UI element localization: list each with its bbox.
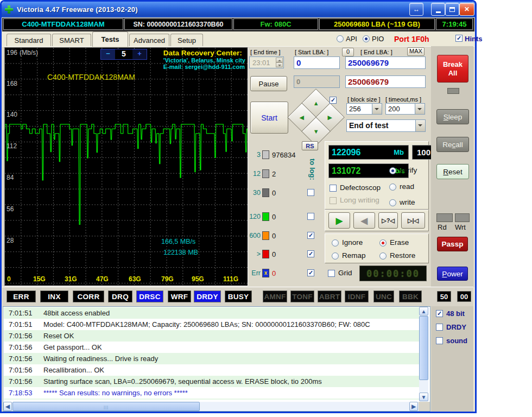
to-log-checkbox[interactable] bbox=[307, 269, 314, 276]
pause-button[interactable]: Pause bbox=[250, 76, 287, 91]
to-log-checkbox[interactable] bbox=[307, 189, 314, 196]
chevron-down-icon[interactable] bbox=[415, 104, 425, 114]
pio-radio[interactable] bbox=[363, 35, 370, 42]
start-button[interactable]: Start bbox=[250, 102, 288, 134]
48-bit-checkbox[interactable] bbox=[436, 310, 443, 317]
drive-firmware: Fw: 080C bbox=[233, 18, 318, 30]
end-time-spinner[interactable]: 23:01 bbox=[249, 56, 284, 68]
rs-button[interactable]: RS bbox=[302, 141, 318, 150]
maximize-button[interactable] bbox=[445, 3, 459, 16]
chevron-down-icon[interactable] bbox=[372, 104, 382, 114]
remap-radio[interactable] bbox=[332, 252, 339, 260]
averaging-value: 5 bbox=[115, 49, 132, 59]
sleep-button[interactable]: Sleep bbox=[436, 109, 469, 124]
titlebar[interactable]: Victoria 4.47 Freeware (2013-02-20) bbox=[2, 2, 475, 17]
break-all-button[interactable]: Break All bbox=[437, 55, 468, 83]
vertical-scroll-thumb[interactable] bbox=[419, 316, 428, 380]
to-log-checkbox[interactable] bbox=[307, 232, 314, 239]
spin-down-icon[interactable] bbox=[276, 62, 283, 67]
log-row[interactable]: 7:18:53***** Scan results: no warnings, … bbox=[4, 387, 420, 399]
scan-back-icon: ◀ bbox=[361, 216, 368, 226]
after-scan-select[interactable]: End of test bbox=[346, 119, 426, 132]
speed-graph: (Mb/s) − 5 + Data Recovery Center: 'Vict… bbox=[4, 47, 248, 286]
seek-error-button[interactable]: ▷?◁ bbox=[378, 212, 398, 229]
block-size-select[interactable]: 256 bbox=[346, 103, 382, 115]
block-size-checkbox[interactable] bbox=[330, 97, 337, 104]
write-led-label: Wrt bbox=[455, 223, 466, 231]
ignore-radio[interactable] bbox=[332, 239, 339, 247]
drdy-checkbox[interactable] bbox=[436, 324, 443, 331]
end-lba-input[interactable]: 250069679 bbox=[345, 56, 426, 69]
tab-smart[interactable]: SMART bbox=[52, 34, 91, 46]
seek-end-button[interactable]: ▷|◁ bbox=[401, 212, 425, 229]
scroll-down-icon[interactable]: ▼ bbox=[419, 393, 428, 401]
to-log-checkbox[interactable] bbox=[307, 213, 314, 220]
block-size-label: [ block size ] bbox=[347, 96, 381, 103]
horizontal-scroll-thumb[interactable]: ||| bbox=[12, 402, 200, 411]
log-row[interactable]: 7:01:56Starting surface scan, LBA=0..250… bbox=[4, 376, 420, 387]
graph-x-tick: 15G bbox=[33, 275, 46, 283]
log-vertical-scrollbar[interactable]: ▲ ▼ bbox=[419, 307, 428, 401]
log-row[interactable]: 7:01:5148bit access enabled bbox=[4, 307, 420, 319]
tab-tests[interactable]: Tests bbox=[92, 31, 128, 47]
close-button[interactable]: ✕ bbox=[459, 3, 474, 16]
averaging-plus-button[interactable]: + bbox=[132, 49, 147, 59]
log-message: Reset OK bbox=[43, 332, 74, 340]
tab-advanced[interactable]: Advanced bbox=[129, 34, 169, 46]
tab-setup[interactable]: Setup bbox=[170, 34, 203, 46]
end-lba-display[interactable]: 250069679 bbox=[345, 75, 426, 88]
verify-radio[interactable] bbox=[389, 167, 396, 174]
sound-checkbox[interactable] bbox=[436, 337, 443, 344]
erase-radio[interactable] bbox=[379, 239, 387, 247]
passport-button[interactable]: Passp bbox=[437, 237, 468, 251]
scan-forward-button[interactable]: ▶ bbox=[328, 212, 350, 229]
spin-up-icon[interactable] bbox=[276, 58, 283, 62]
scroll-right-icon[interactable]: ▶ bbox=[409, 402, 418, 411]
log-row[interactable]: 7:01:56Waiting of readiness... Drive is … bbox=[4, 353, 420, 364]
max-lba-button[interactable]: MAX bbox=[407, 47, 425, 56]
chevron-down-icon[interactable] bbox=[415, 120, 425, 131]
scan-back-button[interactable]: ◀ bbox=[353, 212, 375, 229]
log-row[interactable]: 7:01:56Reset OK bbox=[4, 330, 420, 342]
start-lba-input[interactable]: 0 bbox=[294, 56, 340, 69]
power-button[interactable]: Power bbox=[437, 267, 468, 281]
readout-panel: 122096 Mb 100 % 131072 kb/s Defectoscop … bbox=[325, 141, 429, 210]
graph-x-tick: 111G bbox=[223, 275, 238, 283]
register-value: 00 bbox=[457, 291, 471, 302]
scroll-left-icon[interactable]: ◀ bbox=[3, 402, 12, 411]
defectoscope-checkbox[interactable] bbox=[330, 185, 337, 192]
log-row[interactable]: 7:01:51Model: C400-MTFDDAK128MAM; Capaci… bbox=[4, 319, 420, 330]
zero-lba-button[interactable]: 0 bbox=[342, 48, 354, 56]
read-radio[interactable] bbox=[389, 184, 396, 191]
write-radio[interactable] bbox=[389, 199, 396, 206]
drive-info-bar: C400-MTFDDAK128MAM SN: 00000000121603370… bbox=[2, 18, 474, 31]
timeout-select[interactable]: 200 bbox=[385, 103, 425, 115]
graph-x-tick: 95G bbox=[192, 275, 204, 283]
log-side-panel: 48 bitDRDYsound bbox=[431, 306, 473, 412]
tab-standard[interactable]: Standard bbox=[7, 34, 51, 46]
restore-window-button[interactable]: ↔ bbox=[409, 3, 423, 16]
averaging-minus-button[interactable]: − bbox=[101, 49, 115, 59]
left-arrow-icon: ◀ bbox=[300, 114, 304, 121]
grid-checkbox[interactable] bbox=[328, 270, 335, 277]
transport-panel: ▶◀▷?◁▷|◁ bbox=[325, 210, 429, 231]
log-row[interactable]: 7:01:56Get passport... OK bbox=[4, 342, 420, 353]
reset-button[interactable]: Reset bbox=[436, 164, 469, 179]
graph-y-tick: 84 bbox=[7, 174, 14, 181]
api-radio[interactable] bbox=[337, 35, 344, 42]
log-row[interactable]: 7:01:56Recallibration... OK bbox=[4, 364, 420, 376]
scroll-up-icon[interactable]: ▲ bbox=[419, 307, 428, 315]
graph-y-unit: (Mb/s) bbox=[20, 49, 38, 56]
restore-radio[interactable] bbox=[379, 252, 387, 260]
to-log-checkbox[interactable] bbox=[307, 250, 314, 257]
histogram-bucket-count: 0 bbox=[272, 189, 276, 197]
hints-checkbox[interactable] bbox=[455, 35, 463, 42]
log-horizontal-scrollbar[interactable]: ◀ ||| ▶ bbox=[3, 402, 419, 411]
recall-button[interactable]: Recall bbox=[436, 137, 469, 152]
status-led-drq: DRQ bbox=[108, 290, 132, 302]
log-message: ***** Scan results: no warnings, no erro… bbox=[43, 389, 188, 397]
banner-email: E-mail: sergei@hdd-911.com bbox=[163, 64, 245, 70]
minimize-button[interactable] bbox=[431, 3, 445, 16]
spinner-arrows[interactable] bbox=[276, 58, 283, 67]
log-row[interactable] bbox=[4, 399, 420, 400]
